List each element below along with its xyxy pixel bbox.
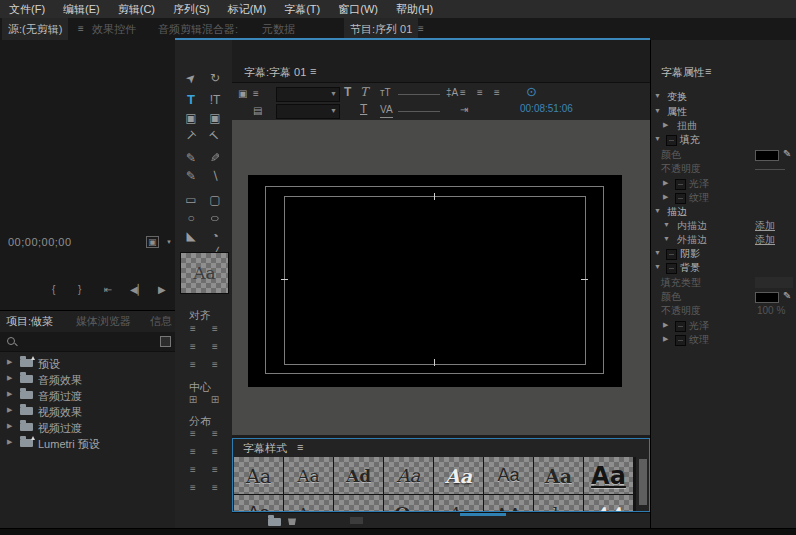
opacity-slider[interactable] (755, 169, 785, 170)
distribute-center-v-icon[interactable]: ≡ (205, 446, 225, 457)
menu-marker[interactable]: 标记(M) (219, 2, 276, 17)
tab-metadata[interactable]: 元数据 (262, 18, 295, 40)
disclosure-icon[interactable]: ▼ (654, 263, 661, 270)
menu-clip[interactable]: 剪辑(C) (109, 2, 164, 17)
disclosure-icon[interactable]: ▼ (663, 221, 670, 228)
wedge-tool-icon[interactable]: ◣ (181, 228, 201, 244)
row-fill[interactable]: ▼ 填充 (651, 133, 796, 147)
disclosure-icon[interactable]: ▶ (7, 438, 12, 446)
distribute-center-h-icon[interactable]: ≡ (183, 446, 203, 457)
tracking-icon[interactable]: VA (380, 103, 393, 118)
style-swatch[interactable]: Aa (234, 457, 283, 494)
project-search-bar[interactable] (0, 332, 175, 352)
settings-caret-icon[interactable]: ▼ (166, 239, 172, 245)
tree-row-video-effects[interactable]: ▶ 视频效果 (0, 403, 175, 419)
disclosure-icon[interactable]: ▶ (7, 358, 12, 366)
align-right-paragraph-icon[interactable]: ≡ (494, 86, 500, 100)
disclosure-icon[interactable]: ▼ (663, 235, 670, 242)
style-swatch[interactable]: Aa (434, 495, 483, 512)
row-background[interactable]: ▼ 背景 (651, 261, 796, 275)
step-back-icon[interactable]: ◀▏ (130, 284, 145, 295)
styles-scrollbar[interactable] (639, 459, 647, 505)
bg-color-swatch[interactable] (755, 292, 779, 303)
tab-program[interactable]: 节目:序列 01 (344, 18, 418, 40)
title-panel-menu-icon[interactable]: ≡ (310, 65, 316, 77)
show-background-video-icon[interactable]: ⊙ (526, 85, 537, 99)
tree-row-audio-effects[interactable]: ▶ 音频效果 (0, 371, 175, 387)
new-title-icon[interactable]: ▣ (238, 87, 247, 101)
style-swatch[interactable]: Oa (384, 495, 433, 512)
disclosure-icon[interactable]: ▶ (7, 422, 12, 430)
texture-checkbox[interactable] (675, 193, 686, 204)
add-inner-stroke-link[interactable]: 添加 (755, 219, 775, 232)
templates-icon[interactable]: ▤ (253, 104, 262, 118)
style-swatch[interactable]: Ad (334, 457, 383, 494)
style-swatch[interactable]: Aa (384, 457, 433, 494)
arc-tool-icon[interactable]: ◔ (205, 228, 225, 244)
selection-tool-icon[interactable]: ➤ (181, 70, 201, 86)
program-panel-menu-icon[interactable]: ≡ (418, 18, 424, 40)
play-icon[interactable]: ▶ (158, 284, 166, 295)
disclosure-icon[interactable]: ▼ (654, 92, 661, 99)
vertical-area-type-tool-icon[interactable]: ▣ (205, 110, 225, 126)
menu-help[interactable]: 帮助(H) (387, 2, 442, 17)
pen-tool-icon[interactable]: ✎ (181, 150, 201, 166)
kerning-icon[interactable]: ‡A (446, 86, 458, 100)
delete-anchor-tool-icon[interactable]: ✎ (205, 150, 225, 166)
row-shadow[interactable]: ▼ 阴影 (651, 247, 796, 261)
align-right-icon[interactable]: ≡ (183, 359, 203, 370)
distribute-top-icon[interactable]: ≡ (205, 428, 225, 439)
align-bottom-icon[interactable]: ≡ (205, 359, 225, 370)
row-strokes[interactable]: ▼ 描边 (651, 205, 796, 219)
row-bg-texture[interactable]: ▶ 纹理 (651, 333, 796, 347)
font-size-slider[interactable] (398, 94, 440, 95)
style-swatch[interactable]: AA (484, 495, 533, 512)
tree-row-audio-transitions[interactable]: ▶ 音频过渡 (0, 387, 175, 403)
source-panel-menu-icon[interactable]: ≡ (78, 18, 84, 40)
bg-fill-type-dropdown[interactable] (755, 277, 793, 288)
distribute-even-h-icon[interactable]: ≡ (183, 482, 203, 493)
bg-texture-checkbox[interactable] (675, 335, 686, 346)
row-bg-sheen[interactable]: ▶ 光泽 (651, 319, 796, 333)
bg-opacity-value[interactable]: 100 % (757, 304, 785, 317)
menu-title[interactable]: 字幕(T) (275, 2, 329, 17)
row-fill-texture[interactable]: ▶ 纹理 (651, 191, 796, 205)
tab-project[interactable]: 项目:做菜 (6, 311, 53, 331)
tracking-slider[interactable] (398, 111, 440, 112)
distribute-even-v-icon[interactable]: ≡ (205, 482, 225, 493)
row-inner-stroke[interactable]: ▼ 内描边 添加 (651, 219, 796, 233)
convert-anchor-tool-icon[interactable]: ∖ (205, 168, 225, 184)
properties-panel-menu-icon[interactable]: ≡ (705, 65, 711, 77)
add-outer-stroke-link[interactable]: 添加 (755, 233, 775, 246)
tab-effect-controls[interactable]: 效果控件 (92, 18, 136, 40)
row-transform[interactable]: ▼ 变换 (651, 90, 796, 104)
bold-button[interactable]: T (344, 85, 351, 99)
view-toggle-icon[interactable] (160, 336, 171, 347)
disclosure-icon[interactable]: ▼ (654, 249, 661, 256)
rotation-tool-icon[interactable]: ↻ (205, 70, 225, 86)
underline-button[interactable]: T (360, 102, 367, 116)
clipped-corner-rect-tool-icon[interactable]: ○ (181, 210, 201, 226)
disclosure-icon[interactable]: ▶ (7, 374, 12, 382)
h-scrollbar-thumb[interactable] (460, 513, 506, 516)
shadow-checkbox[interactable] (666, 249, 677, 260)
bg-sheen-checkbox[interactable] (675, 321, 686, 332)
disclosure-icon[interactable]: ▶ (663, 121, 668, 129)
tab-stops-icon[interactable]: ⇥ (460, 103, 468, 117)
menu-sequence[interactable]: 序列(S) (164, 2, 219, 17)
align-center-v-icon[interactable]: ≡ (205, 341, 225, 352)
disclosure-icon[interactable]: ▶ (7, 390, 12, 398)
background-video-timecode[interactable]: 00:08:51:06 (520, 102, 573, 116)
tab-audio-mixer[interactable]: 音频剪辑混合器: (158, 18, 238, 40)
new-bin-folder-icon[interactable] (268, 518, 281, 526)
mark-out-icon[interactable]: } (78, 284, 81, 295)
disclosure-icon[interactable]: ▼ (654, 135, 661, 142)
font-size-icon[interactable]: тT (380, 86, 391, 100)
rounded-rect-tool-icon[interactable]: ▢ (205, 192, 225, 208)
center-horizontal-icon[interactable]: ⊞ (183, 394, 203, 405)
mark-in-icon[interactable]: { (52, 284, 55, 295)
style-swatch[interactable]: ea (334, 495, 383, 512)
style-swatch[interactable]: Aa (484, 457, 533, 494)
tab-media-browser[interactable]: 媒体浏览器 (76, 311, 131, 331)
menu-window[interactable]: 窗口(W) (329, 2, 387, 17)
